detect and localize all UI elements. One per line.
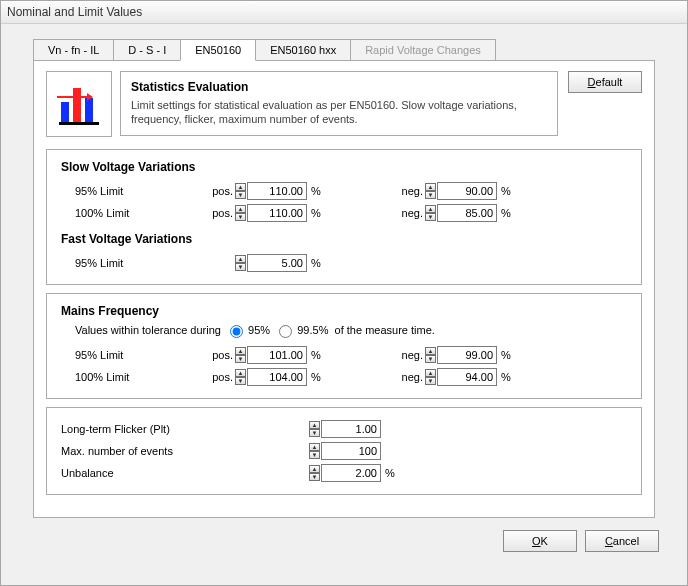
tab-vn-fn-il[interactable]: Vn - fn - IL: [33, 39, 114, 61]
label-pos: pos.: [195, 185, 235, 197]
spinner-slow95neg[interactable]: ▲▼: [425, 183, 436, 199]
unit-pct: %: [307, 185, 329, 197]
row-mains-95: 95% Limit pos. ▲▼ % neg. ▲▼ %: [61, 344, 627, 366]
input-slow100neg[interactable]: [437, 204, 497, 222]
cancel-button[interactable]: Cancel: [585, 530, 659, 552]
description-text: Limit settings for statistical evaluatio…: [131, 98, 547, 127]
label-max-events: Max. number of events: [61, 445, 221, 457]
tolerance-line: Values within tolerance during 95% 99.5%…: [61, 324, 627, 338]
description-title: Statistics Evaluation: [131, 80, 547, 94]
label-flicker: Long-term Flicker (Plt): [61, 423, 221, 435]
input-slow95neg[interactable]: [437, 182, 497, 200]
stats-icon: [46, 71, 112, 137]
label-neg: neg.: [385, 185, 425, 197]
spinner-slow95pos[interactable]: ▲▼: [235, 183, 246, 199]
spinner-fast95[interactable]: ▲▼: [235, 255, 246, 271]
ok-button[interactable]: OK: [503, 530, 577, 552]
tab-d-s-i[interactable]: D - S - I: [113, 39, 181, 61]
svg-rect-5: [57, 96, 87, 98]
input-unbalance[interactable]: [321, 464, 381, 482]
row-fast-95: 95% Limit ▲▼ %: [61, 252, 627, 274]
default-button[interactable]: Default: [568, 71, 642, 93]
spinner-max-events[interactable]: ▲▼: [309, 443, 320, 459]
label-unbalance: Unbalance: [61, 467, 221, 479]
tab-rapid-voltage-changes: Rapid Voltage Changes: [350, 39, 496, 61]
input-slow100pos[interactable]: [247, 204, 307, 222]
dialog-window: Nominal and Limit Values Vn - fn - IL D …: [0, 0, 688, 586]
dialog-button-row: OK Cancel: [1, 518, 687, 552]
spinner-mains95pos[interactable]: ▲▼: [235, 347, 246, 363]
input-mains100pos[interactable]: [247, 368, 307, 386]
description-box: Statistics Evaluation Limit settings for…: [120, 71, 558, 136]
spinner-mains100neg[interactable]: ▲▼: [425, 369, 436, 385]
fast-voltage-header: Fast Voltage Variations: [61, 232, 627, 246]
label-100-limit: 100% Limit: [61, 207, 195, 219]
input-mains95pos[interactable]: [247, 346, 307, 364]
input-max-events[interactable]: [321, 442, 381, 460]
spinner-mains95neg[interactable]: ▲▼: [425, 347, 436, 363]
row-max-events: Max. number of events ▲▼: [61, 440, 627, 462]
row-slow-100: 100% Limit pos. ▲▼ % neg. ▲▼ %: [61, 202, 627, 224]
svg-rect-1: [59, 122, 99, 125]
spinner-slow100pos[interactable]: ▲▼: [235, 205, 246, 221]
spinner-unbalance[interactable]: ▲▼: [309, 465, 320, 481]
tab-en50160-hxx[interactable]: EN50160 hxx: [255, 39, 351, 61]
spinner-slow100neg[interactable]: ▲▼: [425, 205, 436, 221]
window-title: Nominal and Limit Values: [1, 1, 687, 24]
section-mains-frequency: Mains Frequency Values within tolerance …: [46, 293, 642, 399]
label-95-limit: 95% Limit: [61, 185, 195, 197]
section-misc: Long-term Flicker (Plt) ▲▼ Max. number o…: [46, 407, 642, 495]
svg-rect-3: [73, 88, 81, 122]
slow-voltage-header: Slow Voltage Variations: [61, 160, 627, 174]
input-mains100neg[interactable]: [437, 368, 497, 386]
tab-en50160[interactable]: EN50160: [180, 39, 256, 61]
row-mains-100: 100% Limit pos. ▲▼ % neg. ▲▼ %: [61, 366, 627, 388]
input-flicker[interactable]: [321, 420, 381, 438]
tab-page-en50160: Statistics Evaluation Limit settings for…: [33, 60, 655, 518]
svg-rect-4: [85, 98, 93, 122]
row-slow-95: 95% Limit pos. ▲▼ % neg. ▲▼ %: [61, 180, 627, 202]
row-unbalance: Unbalance ▲▼ %: [61, 462, 627, 484]
input-mains95neg[interactable]: [437, 346, 497, 364]
input-fast95[interactable]: [247, 254, 307, 272]
svg-rect-2: [61, 102, 69, 122]
input-slow95pos[interactable]: [247, 182, 307, 200]
radio-995[interactable]: [279, 325, 292, 338]
tab-bar: Vn - fn - IL D - S - I EN50160 EN50160 h…: [1, 24, 687, 60]
row-flicker: Long-term Flicker (Plt) ▲▼: [61, 418, 627, 440]
radio-95[interactable]: [230, 325, 243, 338]
mains-frequency-header: Mains Frequency: [61, 304, 627, 318]
section-voltage-variations: Slow Voltage Variations 95% Limit pos. ▲…: [46, 149, 642, 285]
spinner-mains100pos[interactable]: ▲▼: [235, 369, 246, 385]
spinner-flicker[interactable]: ▲▼: [309, 421, 320, 437]
